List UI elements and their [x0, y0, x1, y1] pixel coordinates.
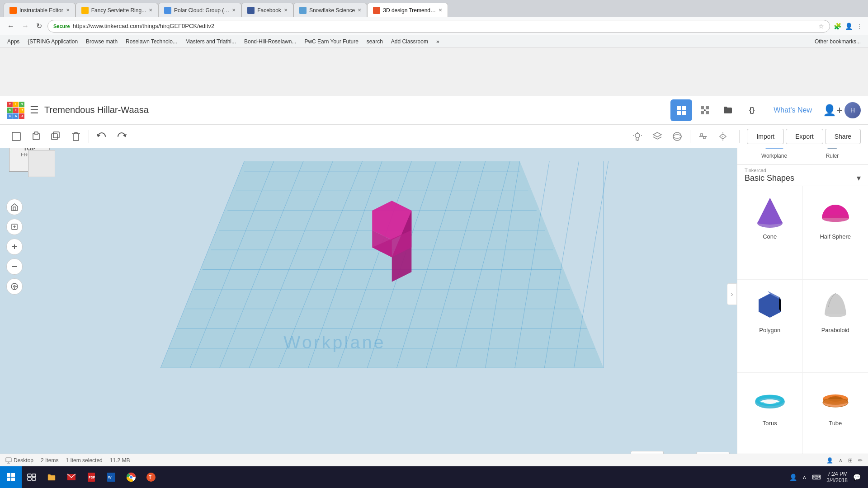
tab-facebook[interactable]: Facebook ✕ — [241, 3, 293, 17]
home-view-button[interactable] — [6, 199, 23, 215]
extensions-icon[interactable]: 🧩 — [834, 23, 841, 30]
bookmark-search[interactable]: search — [363, 38, 387, 46]
tab-snowflake[interactable]: Snowflake Science ✕ — [293, 3, 367, 17]
start-button[interactable] — [0, 466, 22, 488]
orient-icon — [10, 282, 19, 291]
grid-view-button[interactable] — [670, 99, 692, 121]
nav-controls — [6, 199, 23, 295]
code-button[interactable]: {} — [741, 99, 763, 121]
svg-text:Workplane: Workplane — [283, 333, 386, 352]
file-explorer-button[interactable] — [42, 466, 61, 488]
shape-torus[interactable]: Torus — [737, 373, 803, 466]
arrow-up-icon[interactable]: ∧ — [802, 474, 807, 480]
fit-view-button[interactable] — [6, 219, 23, 235]
bookmark-math[interactable]: Browse math — [82, 38, 121, 46]
settings-status-icon[interactable]: ∧ — [839, 457, 843, 464]
redo-button[interactable] — [113, 127, 131, 145]
share-button[interactable]: Share — [825, 129, 861, 144]
orient-button[interactable] — [6, 278, 23, 295]
right-panel: Workplane Ruler Tink — [737, 122, 868, 466]
action-center-icon[interactable]: 💬 — [853, 474, 861, 481]
fit-icon — [10, 223, 19, 231]
zoom-out-button[interactable] — [6, 258, 23, 275]
tab-close-icon[interactable]: ✕ — [358, 8, 361, 13]
mirror-button[interactable] — [714, 127, 732, 145]
paste-button[interactable] — [27, 127, 45, 145]
shape-paraboloid[interactable]: Paraboloid — [803, 280, 868, 373]
whats-new-button[interactable]: What's New — [764, 100, 821, 120]
bookmark-other[interactable]: Other bookmarks... — [811, 38, 864, 46]
delete-button[interactable] — [67, 127, 85, 145]
bookmark-star-icon[interactable]: ☆ — [818, 23, 824, 30]
tab-fancy[interactable]: Fancy Serviette Ring... ✕ — [75, 3, 158, 17]
refresh-button[interactable]: ↻ — [34, 20, 44, 32]
shape-half-sphere[interactable]: Half Sphere — [803, 186, 868, 280]
shapes-brand: Tinkercad — [745, 168, 861, 173]
tab-instructable[interactable]: Instructable Editor ✕ — [4, 3, 75, 17]
delete-icon — [71, 131, 80, 141]
chrome-button[interactable] — [121, 466, 141, 488]
export-button[interactable]: Export — [786, 129, 823, 144]
tube-icon — [817, 380, 854, 416]
shape-tube[interactable]: Tube — [803, 373, 868, 466]
back-button[interactable]: ← — [5, 20, 16, 32]
zoom-in-button[interactable] — [6, 239, 23, 255]
zoom-in-icon — [10, 243, 19, 251]
main-content: TOP FRONT — [0, 122, 868, 466]
profile-icon[interactable]: 👤 — [845, 23, 853, 30]
edit-icon[interactable]: ✏ — [858, 457, 863, 464]
redo-icon — [117, 132, 127, 141]
tab-close-icon[interactable]: ✕ — [284, 8, 288, 13]
undo-button[interactable] — [93, 127, 111, 145]
shapes-title: Basic Shapes — [745, 174, 794, 183]
lighting-button[interactable] — [628, 127, 646, 145]
import-button[interactable]: Import — [747, 129, 784, 144]
tab-close-icon[interactable]: ✕ — [66, 8, 70, 13]
tab-close-icon[interactable]: ✕ — [439, 8, 442, 13]
bookmark-roselawn[interactable]: Roselawn Technolo... — [122, 38, 181, 46]
bookmark-pwc[interactable]: PwC Earn Your Future — [301, 38, 362, 46]
settings-icon[interactable]: ⋮ — [856, 23, 863, 30]
view-solid-icon — [672, 131, 682, 141]
word-button[interactable]: W — [101, 466, 121, 488]
forward-button[interactable]: → — [20, 20, 31, 32]
notification-icon[interactable]: 👤 — [826, 457, 833, 464]
new-shape-button[interactable] — [7, 127, 25, 145]
tab-close-icon[interactable]: ✕ — [149, 8, 152, 13]
shape-polygon[interactable]: Polygon — [737, 280, 803, 373]
align-button[interactable] — [694, 127, 712, 145]
tinkercad-taskbar-button[interactable]: T — [141, 466, 161, 488]
task-view-button[interactable] — [22, 466, 42, 488]
folder-button[interactable] — [717, 99, 739, 121]
tab-tinkercad[interactable]: 3D design Tremend… ✕ — [367, 3, 448, 17]
bookmark-bond[interactable]: Bond-Hill-Roselawn... — [241, 38, 300, 46]
bookmark-classroom[interactable]: Add Classroom — [387, 38, 432, 46]
bookmark-masters[interactable]: Masters and Triathl... — [182, 38, 240, 46]
mirror-icon — [718, 131, 728, 141]
bookmark-more[interactable]: » — [433, 38, 443, 46]
tab-close-icon[interactable]: ✕ — [232, 8, 236, 13]
shape-cone[interactable]: Cone — [737, 186, 803, 280]
duplicate-button[interactable] — [47, 127, 65, 145]
view-solid-button[interactable] — [668, 127, 686, 145]
windows-logo-icon — [6, 473, 15, 482]
add-user-button[interactable]: 👤+ — [823, 104, 843, 117]
url-bar[interactable]: Secure https://www.tinkercad.com/things/… — [47, 20, 830, 33]
pdf-button[interactable]: PDF — [81, 466, 101, 488]
view-shape-button[interactable] — [648, 127, 666, 145]
inspector-button[interactable] — [694, 99, 716, 121]
hamburger-menu-icon[interactable]: ☰ — [30, 104, 39, 116]
viewport[interactable]: TOP FRONT — [0, 122, 737, 466]
tab-favicon — [81, 7, 89, 14]
keyboard-icon[interactable]: ⌨ — [812, 474, 821, 481]
bookmark-apps[interactable]: Apps — [4, 38, 23, 46]
shapes-dropdown-button[interactable]: ▾ — [857, 173, 861, 183]
tab-polar[interactable]: Polar Cloud: Group (… ✕ — [158, 3, 241, 17]
panel-toggle-button[interactable]: › — [727, 283, 737, 305]
bookmark-string[interactable]: {STRING Application — [24, 38, 81, 46]
shape-torus-label: Torus — [763, 420, 777, 427]
email-button[interactable] — [61, 466, 81, 488]
notification-center-icon[interactable]: 👤 — [789, 474, 797, 481]
align-icon — [698, 131, 708, 141]
user-avatar[interactable]: H — [844, 102, 861, 118]
